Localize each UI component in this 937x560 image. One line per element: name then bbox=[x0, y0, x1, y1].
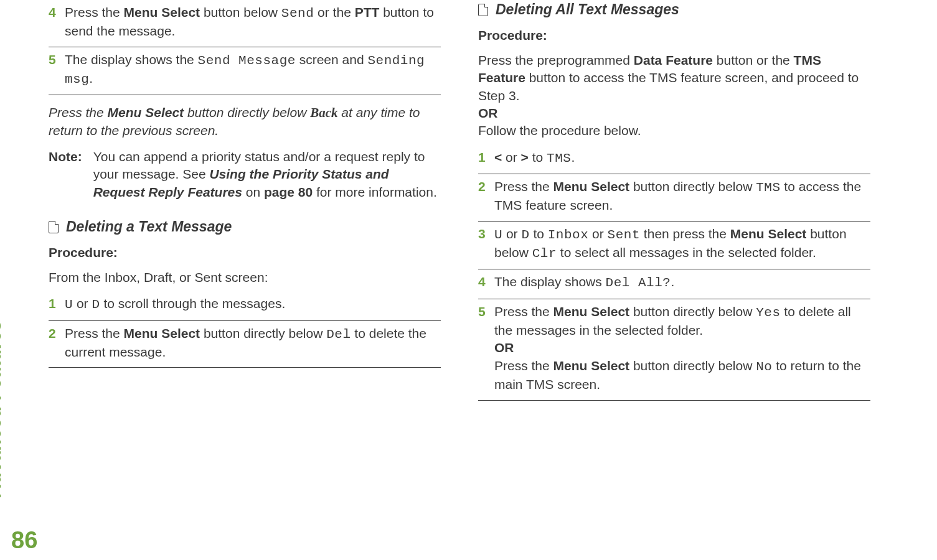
text: or bbox=[73, 296, 92, 310]
all-step-2: 2 Press the Menu Select button directly … bbox=[478, 178, 870, 222]
no-code: No bbox=[756, 360, 772, 374]
step-number: 5 bbox=[49, 51, 56, 68]
text: Press the bbox=[494, 358, 553, 373]
step-5: 5 The display shows the Send Message scr… bbox=[49, 51, 441, 96]
step-number: 3 bbox=[478, 225, 486, 243]
text: Press the bbox=[65, 326, 124, 340]
from-line: From the Inbox, Draft, or Sent screen: bbox=[49, 269, 441, 286]
send-code: Send bbox=[281, 6, 314, 21]
text: to scroll through the messages. bbox=[100, 296, 286, 310]
step-number: 5 bbox=[478, 303, 486, 320]
intro-paragraph: Press the preprogrammed Data Feature but… bbox=[478, 52, 870, 140]
text: . bbox=[571, 150, 575, 164]
note-body: You can append a priority status and/or … bbox=[93, 148, 441, 201]
note-label: Note: bbox=[49, 148, 82, 201]
down-key: D bbox=[521, 228, 529, 242]
step-number: 4 bbox=[478, 273, 486, 291]
yes-code: Yes bbox=[756, 306, 780, 320]
menu-select-label: Menu Select bbox=[553, 179, 630, 194]
menu-select-label: Menu Select bbox=[124, 5, 200, 19]
step-4: 4 Press the Menu Select button below Sen… bbox=[49, 4, 441, 47]
subheading-text: Deleting a Text Message bbox=[66, 218, 232, 235]
step-number: 1 bbox=[478, 149, 486, 166]
step-number: 1 bbox=[49, 295, 56, 312]
text: Press the bbox=[494, 179, 553, 194]
text: The display shows the bbox=[65, 52, 198, 67]
down-key: D bbox=[92, 297, 100, 312]
procedure-label: Procedure: bbox=[49, 245, 441, 260]
clr-code: Clr bbox=[532, 246, 557, 261]
del-all-code: Del All? bbox=[606, 276, 671, 290]
all-step-4: 4 The display shows Del All?. bbox=[478, 273, 870, 299]
delete-step-1: 1 U or D to scroll through the messages. bbox=[49, 295, 441, 320]
text: Step 3. bbox=[478, 88, 520, 103]
send-message-code: Send Message bbox=[198, 54, 296, 68]
page-number: 86 bbox=[11, 527, 37, 554]
section-label: Advanced Features bbox=[0, 320, 5, 498]
text: screen and bbox=[296, 52, 368, 67]
step-number: 4 bbox=[49, 4, 56, 21]
text: button or the bbox=[713, 53, 794, 67]
page-icon bbox=[49, 221, 59, 233]
text: or bbox=[502, 150, 520, 164]
text: or bbox=[502, 226, 521, 241]
text: Press the bbox=[494, 304, 553, 319]
step-number: 2 bbox=[478, 178, 486, 195]
delete-step-2: 2 Press the Menu Select button directly … bbox=[49, 325, 441, 368]
right-column: Deleting All Text Messages Procedure: Pr… bbox=[478, 0, 870, 401]
text: to bbox=[530, 226, 548, 241]
left-column: 4 Press the Menu Select button below Sen… bbox=[49, 0, 441, 401]
text: The display shows bbox=[494, 274, 606, 289]
text: . bbox=[89, 71, 93, 85]
all-step-1: 1 < or > to TMS. bbox=[478, 149, 870, 174]
menu-select-label: Menu Select bbox=[553, 358, 630, 373]
text: Press the bbox=[49, 105, 108, 119]
back-button-label: Back bbox=[310, 105, 337, 120]
data-feature-label: Data Feature bbox=[634, 53, 713, 67]
sent-code: Sent bbox=[608, 228, 640, 242]
inbox-code: Inbox bbox=[548, 228, 589, 242]
text: Press the bbox=[65, 5, 124, 19]
subheading-deleting-all: Deleting All Text Messages bbox=[478, 1, 870, 18]
page-ref: page 80 bbox=[264, 185, 313, 199]
document-page: Advanced Features 86 4 Press the Menu Se… bbox=[0, 0, 937, 560]
all-step-3: 3 U or D to Inbox or Sent then press the… bbox=[478, 225, 870, 270]
text: button directly below bbox=[629, 304, 756, 319]
step-number: 2 bbox=[49, 325, 56, 342]
subheading-deleting-message: Deleting a Text Message bbox=[49, 218, 441, 235]
text: on bbox=[242, 185, 264, 199]
tms-code: TMS bbox=[756, 180, 780, 195]
note-block: Note: You can append a priority status a… bbox=[49, 148, 441, 201]
text: . bbox=[671, 274, 674, 289]
up-key: U bbox=[494, 228, 502, 242]
text: button directly below bbox=[629, 358, 756, 373]
text: button directly below bbox=[200, 326, 326, 340]
text: or bbox=[588, 226, 607, 241]
menu-select-label: Menu Select bbox=[124, 326, 200, 340]
del-code: Del bbox=[326, 327, 351, 342]
text: to bbox=[529, 150, 547, 164]
or-label: OR bbox=[494, 340, 514, 355]
all-step-5: 5 Press the Menu Select button directly … bbox=[478, 303, 870, 401]
text: to select all messages in the selected f… bbox=[557, 245, 816, 259]
text: then press the bbox=[640, 226, 730, 241]
text: for more information. bbox=[313, 185, 437, 199]
tms-code: TMS bbox=[547, 151, 571, 166]
text: or the bbox=[314, 5, 354, 19]
text: Follow the procedure below. bbox=[478, 123, 641, 138]
menu-select-label: Menu Select bbox=[553, 304, 630, 319]
text: Press the preprogrammed bbox=[478, 53, 634, 67]
text: button below bbox=[200, 5, 281, 19]
page-icon bbox=[478, 4, 488, 16]
up-key: U bbox=[65, 297, 73, 312]
content-columns: 4 Press the Menu Select button below Sen… bbox=[49, 0, 870, 401]
ptt-label: PTT bbox=[355, 5, 380, 19]
text: button directly below bbox=[184, 105, 310, 119]
subheading-text: Deleting All Text Messages bbox=[496, 1, 679, 18]
back-instruction: Press the Menu Select button directly be… bbox=[49, 104, 441, 139]
menu-select-label: Menu Select bbox=[108, 105, 184, 119]
menu-select-label: Menu Select bbox=[730, 226, 807, 241]
text: button to access the TMS feature screen,… bbox=[525, 70, 859, 85]
procedure-label: Procedure: bbox=[478, 28, 870, 43]
or-label: OR bbox=[478, 106, 498, 120]
